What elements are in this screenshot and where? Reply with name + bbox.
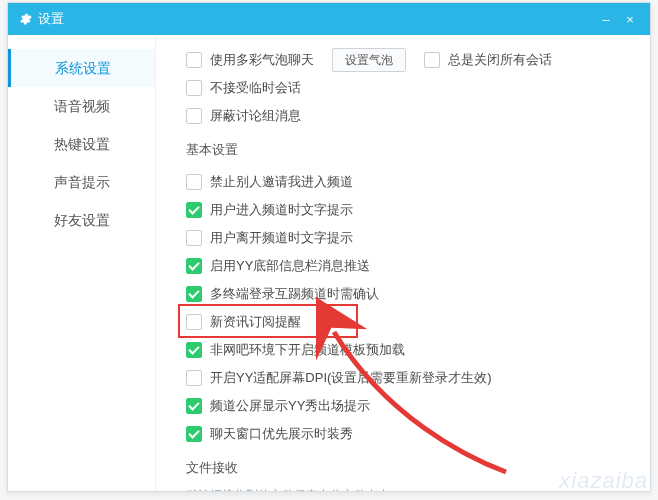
set-bubble-button[interactable]: 设置气泡	[332, 48, 406, 72]
basic-row: 启用YY底部信息栏消息推送	[186, 253, 628, 279]
titlebar[interactable]: 设置 – ×	[8, 3, 650, 35]
checkbox-label: 启用YY底部信息栏消息推送	[210, 257, 628, 275]
basic-row: 新资讯订阅提醒	[186, 309, 628, 335]
label-colorful-bubble: 使用多彩气泡聊天	[210, 51, 314, 69]
main-panel: 使用多彩气泡聊天 设置气泡 总是关闭所有会话 不接受临时会话 屏蔽讨论组消息 基…	[156, 35, 650, 491]
checkbox-label: 禁止别人邀请我进入频道	[210, 173, 628, 191]
sidebar-item-voice[interactable]: 语音视频	[8, 87, 155, 125]
sidebar-item-friends[interactable]: 好友设置	[8, 201, 155, 239]
basic-row: 禁止别人邀请我进入频道	[186, 169, 628, 195]
sidebar-item-system[interactable]: 系统设置	[8, 49, 155, 87]
checkbox-label: 多终端登录互踢频道时需确认	[210, 285, 628, 303]
basic-row: 多终端登录互踢频道时需确认	[186, 281, 628, 307]
basic-row: 用户进入频道时文字提示	[186, 197, 628, 223]
checkbox-label: 频道公屏显示YY秀出场提示	[210, 397, 628, 415]
close-button[interactable]: ×	[618, 12, 642, 27]
row-no-temp-session: 不接受临时会话	[186, 75, 628, 101]
sidebar-item-sound[interactable]: 声音提示	[8, 163, 155, 201]
sidebar-item-hotkey[interactable]: 热键设置	[8, 125, 155, 163]
file-section-title: 文件接收	[186, 459, 628, 477]
checkbox[interactable]	[186, 174, 202, 190]
checkbox-colorful-bubble[interactable]	[186, 52, 202, 68]
row-block-discuss: 屏蔽讨论组消息	[186, 103, 628, 129]
checkbox-label: 聊天窗口优先展示时装秀	[210, 425, 628, 443]
basic-row: 频道公屏显示YY秀出场提示	[186, 393, 628, 419]
settings-window: 设置 – × 系统设置 语音视频 热键设置 声音提示 好友设置 使用多彩气泡聊天…	[7, 2, 651, 492]
checkbox-block-discuss[interactable]	[186, 108, 202, 124]
checkbox-no-temp-session[interactable]	[186, 80, 202, 96]
checkbox[interactable]	[186, 398, 202, 414]
basic-section-title: 基本设置	[186, 141, 628, 159]
row-colorful-bubble: 使用多彩气泡聊天	[186, 47, 314, 73]
minimize-button[interactable]: –	[594, 12, 618, 27]
file-hint: 默认把接收到的文件保存在此文件夹中：	[186, 487, 628, 491]
checkbox[interactable]	[186, 202, 202, 218]
checkbox[interactable]	[186, 258, 202, 274]
checkbox-label: 非网吧环境下开启频道模板预加载	[210, 341, 628, 359]
checkbox[interactable]	[186, 286, 202, 302]
basic-row: 非网吧环境下开启频道模板预加载	[186, 337, 628, 363]
checkbox[interactable]	[186, 426, 202, 442]
gear-icon	[18, 12, 32, 26]
checkbox-label: 新资讯订阅提醒	[210, 313, 628, 331]
checkbox[interactable]	[186, 370, 202, 386]
checkbox[interactable]	[186, 314, 202, 330]
checkbox-label: 用户进入频道时文字提示	[210, 201, 628, 219]
checkbox-label: 用户离开频道时文字提示	[210, 229, 628, 247]
window-title: 设置	[38, 10, 594, 28]
checkbox[interactable]	[186, 230, 202, 246]
basic-row: 开启YY适配屏幕DPI(设置后需要重新登录才生效)	[186, 365, 628, 391]
basic-row: 用户离开频道时文字提示	[186, 225, 628, 251]
basic-row: 聊天窗口优先展示时装秀	[186, 421, 628, 447]
label-always-close: 总是关闭所有会话	[448, 51, 552, 69]
label-block-discuss: 屏蔽讨论组消息	[210, 107, 628, 125]
sidebar: 系统设置 语音视频 热键设置 声音提示 好友设置	[8, 35, 156, 491]
row-always-close: 总是关闭所有会话	[424, 47, 552, 73]
label-no-temp-session: 不接受临时会话	[210, 79, 628, 97]
checkbox-label: 开启YY适配屏幕DPI(设置后需要重新登录才生效)	[210, 369, 628, 387]
checkbox[interactable]	[186, 342, 202, 358]
checkbox-always-close[interactable]	[424, 52, 440, 68]
